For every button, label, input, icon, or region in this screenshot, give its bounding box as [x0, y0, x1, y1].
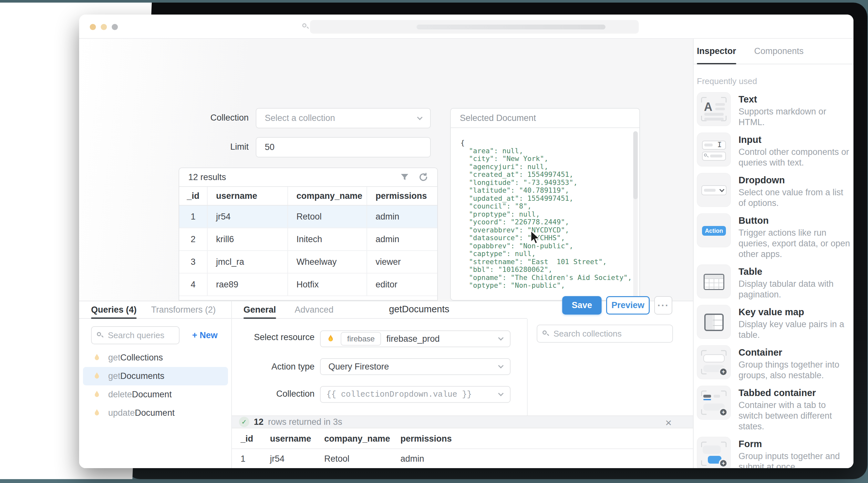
window-zoom-dot[interactable] — [112, 24, 118, 30]
query-status-bar: ✓ 12 rows returned in 3s × — [232, 416, 693, 428]
text-component-icon: A — [697, 92, 731, 126]
column-header[interactable]: username — [207, 187, 287, 205]
results-count-label: 12 results — [188, 172, 226, 182]
results-column-headers: _id username company_name permissions — [179, 187, 437, 206]
refresh-icon[interactable] — [418, 172, 428, 182]
collection-dropdown-placeholder: Select a collection — [265, 113, 335, 123]
scrollbar-thumb[interactable] — [633, 131, 638, 199]
firebase-icon — [326, 334, 336, 344]
component-item-text[interactable]: A Text Supports markdown or HTML. — [697, 92, 854, 128]
status-row-count: 12 — [254, 417, 264, 427]
column-header[interactable]: permissions — [367, 187, 437, 205]
query-editor-panel: Queries (4) Transformers (2) Search quer… — [79, 301, 693, 468]
resource-field-label: Select resource — [232, 332, 314, 342]
tab-queries[interactable]: Queries (4) — [91, 301, 136, 318]
new-query-button[interactable]: + New — [192, 331, 218, 340]
tab-advanced[interactable]: Advanced — [295, 301, 334, 318]
success-check-icon: ✓ — [239, 417, 249, 427]
query-list-item-selected[interactable]: getDocuments — [83, 367, 228, 386]
component-item-input[interactable]: I Input Control other components or quer… — [697, 133, 854, 168]
component-item-tabbed-container[interactable]: + Tabbed container Container with a tab … — [697, 386, 854, 432]
component-item-button[interactable]: Action Button Trigger actions like run q… — [697, 214, 854, 260]
search-queries-placeholder: Search queries — [108, 331, 164, 340]
component-item-form[interactable]: + Form Group inputs together and submit … — [697, 437, 854, 468]
component-item-container[interactable]: + Container Group things together into g… — [697, 345, 854, 381]
table-row[interactable]: 2 krill6 Initech admin — [179, 228, 437, 251]
chevron-down-icon — [498, 363, 504, 369]
chevron-down-icon — [498, 391, 504, 396]
filter-icon[interactable] — [400, 172, 409, 182]
status-text: rows returned in 3s — [268, 417, 342, 427]
resource-value: firebase_prod — [386, 334, 439, 344]
limit-input-value: 50 — [265, 142, 275, 152]
frequently-used-heading: Frequently used — [697, 76, 757, 86]
table-component-icon — [697, 264, 731, 299]
tabbed-container-component-icon: + — [697, 386, 731, 420]
search-icon — [542, 331, 549, 337]
queries-sidebar: Queries (4) Transformers (2) Search quer… — [79, 301, 232, 468]
firebase-icon — [92, 390, 102, 400]
add-icon: + — [719, 459, 728, 468]
search-collections-input[interactable]: Search collections — [537, 324, 673, 343]
editor-divider — [527, 319, 528, 416]
action-type-select[interactable]: Query Firestore — [320, 358, 510, 375]
sidebar-tabs: Inspector Components — [693, 39, 854, 64]
component-item-table[interactable]: Table Display tabular data with paginati… — [697, 264, 854, 300]
add-icon: + — [719, 367, 728, 376]
preview-button[interactable]: Preview — [606, 296, 650, 315]
firebase-icon — [92, 408, 102, 418]
collection-template-label: Collection — [232, 389, 314, 399]
resource-select[interactable]: firebase firebase_prod — [320, 331, 510, 347]
search-queries-input[interactable]: Search queries — [91, 326, 180, 344]
chevron-down-icon — [417, 114, 423, 120]
browser-titlebar — [79, 15, 854, 39]
search-icon — [302, 23, 309, 30]
results-table-card: 12 results _id username company_name per… — [179, 168, 438, 301]
tab-components[interactable]: Components — [754, 39, 804, 64]
window-minimize-dot[interactable] — [101, 24, 107, 30]
collection-dropdown[interactable]: Select a collection — [256, 108, 431, 129]
collection-field-label: Collection — [171, 113, 249, 123]
firebase-icon — [92, 371, 102, 381]
window-close-dot[interactable] — [90, 24, 96, 30]
result-table-headers: _id username company_name permissions — [232, 429, 693, 449]
search-collections-placeholder: Search collections — [554, 329, 622, 339]
table-row[interactable]: 4 rae89 Hotfix editor — [179, 274, 437, 296]
action-type-label: Action type — [232, 362, 314, 372]
inspector-sidebar: Inspector Components Frequently used A — [693, 39, 854, 468]
limit-input[interactable]: 50 — [256, 137, 431, 158]
app-window: Collection Select a collection Limit 50 … — [79, 15, 854, 468]
save-button[interactable]: Save — [562, 296, 601, 315]
button-component-icon: Action — [697, 214, 731, 247]
close-icon[interactable]: × — [665, 417, 672, 428]
more-options-icon[interactable]: ··· — [654, 296, 672, 315]
action-type-value: Query Firestore — [329, 362, 389, 372]
key-value-map-component-icon — [697, 305, 731, 339]
collection-template-input[interactable]: {{ collectionDropdown.value }} — [320, 386, 510, 403]
collection-template-value: {{ collectionDropdown.value }} — [327, 390, 472, 399]
tab-inspector[interactable]: Inspector — [697, 39, 736, 64]
column-header[interactable]: company_name — [287, 187, 367, 205]
component-item-key-value-map[interactable]: Key value map Display key value pairs in… — [697, 305, 854, 340]
query-list-item[interactable]: deleteDocument — [79, 386, 232, 404]
add-icon: + — [719, 408, 728, 417]
chevron-down-icon — [498, 335, 504, 341]
input-component-icon: I — [697, 133, 731, 167]
query-list: getCollections getDocuments deleteDocume… — [79, 348, 232, 422]
url-search-bar[interactable] — [310, 20, 639, 34]
app-canvas: Collection Select a collection Limit 50 … — [79, 39, 693, 301]
scrollbar-track[interactable] — [633, 131, 638, 298]
result-table-row[interactable]: 1 jr54 Retool admin — [232, 449, 693, 468]
table-row[interactable]: 3 jmcl_ra Wheelway viewer — [179, 251, 437, 274]
component-item-dropdown[interactable]: Dropdown Select one value from a list of… — [697, 173, 854, 208]
query-list-item[interactable]: getCollections — [79, 348, 232, 367]
tab-general[interactable]: General — [244, 301, 276, 318]
marketing-backdrop: Collection Select a collection Limit 50 … — [0, 0, 868, 483]
table-row[interactable]: 1 jr54 Retool admin — [179, 206, 437, 228]
column-header[interactable]: _id — [179, 187, 207, 205]
component-list: A Text Supports markdown or HTML. — [697, 92, 854, 468]
query-list-item[interactable]: updateDocument — [79, 404, 232, 422]
resource-type-badge: firebase — [341, 332, 381, 346]
tab-transformers[interactable]: Transformers (2) — [151, 301, 216, 318]
selected-document-title: Selected Document — [460, 113, 536, 123]
